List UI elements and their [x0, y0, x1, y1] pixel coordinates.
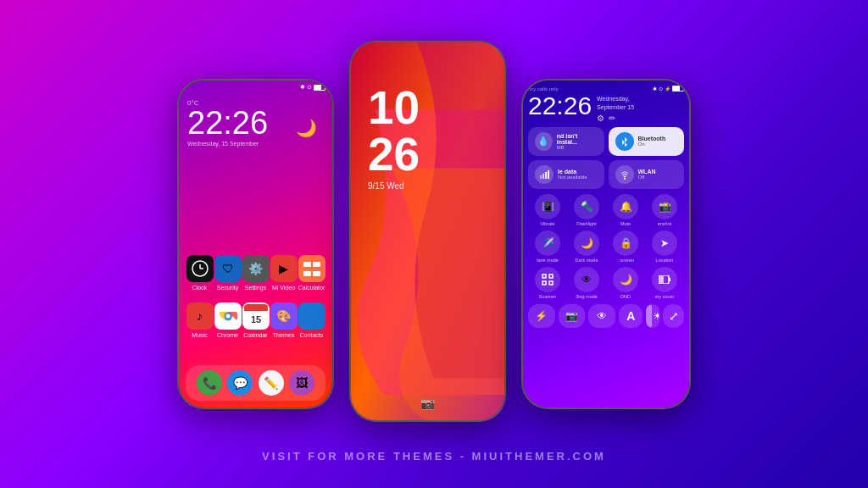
app-contacts[interactable]: 👤 Contacts: [298, 302, 326, 338]
data-icon: 💧: [535, 132, 553, 151]
scanner-btn: [535, 267, 560, 292]
signal-icon-left: ⊙: [307, 84, 312, 91]
camera-icon-right[interactable]: ⚙: [597, 114, 604, 123]
toggle-screenshot[interactable]: 📸 enshot: [652, 194, 677, 226]
app-label-calculator: Calculator: [298, 285, 326, 291]
quick-btn-wlan[interactable]: WLAN Off: [609, 160, 685, 189]
app-label-music: Music: [192, 332, 207, 338]
quick-btn-mobile[interactable]: le data Not available: [528, 160, 604, 189]
bluetooth-sublabel: On: [638, 141, 666, 147]
mute-btn: 🔔: [613, 194, 638, 219]
airplane-btn: ✈️: [535, 230, 560, 256]
app-calendar[interactable]: 15 Calendar: [242, 302, 270, 338]
toggle-battery[interactable]: ery saver: [652, 267, 677, 299]
svg-rect-20: [549, 281, 553, 285]
app-calculator[interactable]: Calculator: [298, 255, 326, 291]
lockscreen-label: : screen: [617, 258, 634, 263]
bottom-flash-btn[interactable]: ⚡: [528, 304, 555, 328]
app-security[interactable]: 🛡 Security: [214, 255, 242, 291]
dnd-btn: 🌙: [613, 267, 638, 292]
center-date: 9/15 Wed: [368, 181, 420, 191]
toggle-location[interactable]: ➤ Location: [652, 230, 677, 263]
expand-btn[interactable]: ⤢: [663, 304, 684, 328]
brightness-slider[interactable]: ☀: [646, 304, 659, 328]
text-size-btn[interactable]: A: [619, 304, 643, 328]
battery-right: [672, 86, 684, 92]
svg-rect-19: [542, 281, 546, 285]
app-row-2: ♪ Music: [186, 302, 326, 338]
quick-buttons: 💧 nd isn't instal... MB Bluetooth On: [528, 127, 684, 189]
app-settings[interactable]: ⚙️ Settings: [242, 255, 270, 291]
app-label-settings: Settings: [245, 285, 266, 291]
toggle-mute[interactable]: 🔔 Mute: [613, 194, 638, 226]
bottom-eye-btn[interactable]: 👁: [588, 304, 615, 328]
app-label-contacts: Contacts: [300, 332, 324, 338]
camera-icon-center: 📷: [420, 396, 435, 410]
watermark: VISIT FOR MORE THEMES - MIUITHEMER.COM: [262, 450, 606, 463]
phone-right: ncy calls only ✱ ⊙ ⚡ 22:26 Wednesday, Se…: [521, 79, 691, 409]
app-mivideo[interactable]: ▶ Mi Video: [270, 255, 298, 291]
dock-notes[interactable]: ✏️: [259, 370, 284, 396]
bluetooth-icon-left: ✱: [300, 84, 305, 91]
flashlight-label: Flashlight: [576, 221, 597, 226]
app-icon-clock: [186, 255, 214, 282]
app-label-calendar: Calendar: [243, 332, 267, 338]
app-chrome[interactable]: Chrome: [214, 302, 242, 338]
app-music[interactable]: ♪ Music: [186, 302, 214, 338]
right-status-icons: ✱ ⊙ ⚡: [653, 86, 684, 92]
left-time-area: 0°C 22:26 Wednesday, 15 September 🌙: [179, 92, 332, 153]
data-sublabel: MB: [557, 145, 598, 150]
toggle-readmode[interactable]: 👁 3ing mode: [574, 267, 599, 299]
vibrate-label: Vibrate: [540, 221, 554, 226]
darkmode-label: Dark mode: [576, 258, 598, 263]
app-icon-calculator: [298, 255, 326, 282]
bt-icon-right: ✱: [653, 86, 657, 92]
phone-center: ✱ ◉: [349, 41, 506, 422]
data-label: nd isn't instal...: [557, 133, 598, 145]
wlan-icon: [615, 165, 634, 184]
toggle-scanner[interactable]: Scanner: [535, 267, 560, 299]
phones-container: ✱ ⊙ 0°C 22:26 Wednesday, 15 September 🌙: [169, 0, 699, 488]
app-icon-security: 🛡: [214, 255, 242, 282]
mobile-text: le data Not available: [558, 169, 587, 180]
toggle-dnd[interactable]: 🌙 DND: [613, 267, 638, 299]
right-date-line1: Wednesday,: [597, 95, 634, 103]
date-display-left: Wednesday, 15 September: [187, 141, 324, 147]
screen-center: ✱ ◉: [351, 42, 504, 420]
battery-icon-left: [314, 85, 326, 91]
toggle-vibrate[interactable]: 📳 Vibrate: [535, 194, 560, 226]
wlan-text: WLAN Off: [638, 169, 656, 180]
edit-icon-right[interactable]: ✏: [609, 114, 615, 123]
toggle-flashlight[interactable]: 🔦 Flashlight: [574, 194, 599, 226]
scanner-label: Scanner: [539, 294, 557, 299]
dock-messages[interactable]: 💬: [227, 370, 253, 396]
center-time-area: 10 26 9/15 Wed: [368, 85, 420, 191]
app-clock[interactable]: Clock: [186, 255, 214, 291]
app-label-security: Security: [217, 285, 238, 291]
readmode-btn: 👁: [574, 267, 599, 292]
toggle-airplane[interactable]: ✈️ lane mode: [535, 230, 560, 263]
dnd-label: DND: [620, 294, 631, 299]
bottom-camera-btn[interactable]: 📷: [559, 304, 586, 328]
dock-gallery[interactable]: 🖼: [289, 370, 314, 396]
dock-phone[interactable]: 📞: [197, 370, 222, 396]
brightness-icon: ☀: [653, 310, 659, 322]
center-time-top: 10: [368, 85, 420, 131]
svg-rect-13: [542, 174, 544, 179]
toggle-lockscreen[interactable]: 🔒 : screen: [613, 230, 638, 263]
app-label-chrome: Chrome: [217, 332, 238, 338]
quick-btn-data[interactable]: 💧 nd isn't instal... MB: [528, 127, 604, 156]
dock: 📞 💬 ✏️ 🖼: [186, 365, 326, 401]
quick-btn-bluetooth[interactable]: Bluetooth On: [609, 127, 685, 156]
app-themes[interactable]: 🎨 Themes: [270, 302, 298, 338]
right-action-icons: ⚙ ✏: [597, 114, 634, 123]
mobile-label: le data: [558, 169, 587, 175]
screenshot-btn: 📸: [652, 194, 677, 219]
wlan-label: WLAN: [638, 169, 656, 175]
toggle-darkmode[interactable]: 🌙 Dark mode: [574, 230, 599, 263]
battery-saver-btn: [652, 267, 677, 292]
svg-rect-22: [669, 278, 670, 281]
svg-point-16: [624, 178, 626, 180]
app-icon-contacts: 👤: [298, 302, 326, 330]
wifi-r-icon: ⊙: [659, 86, 663, 92]
